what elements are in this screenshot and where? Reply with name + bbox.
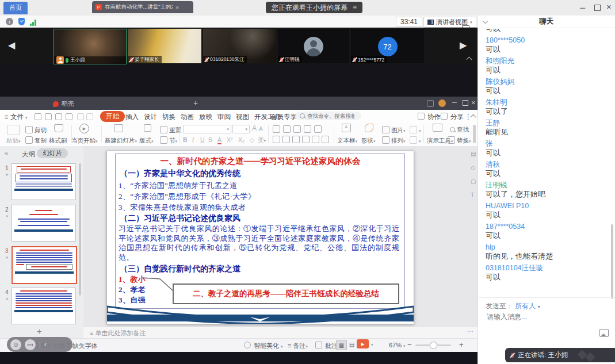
textbox-button[interactable]: 文本框▾: [337, 137, 357, 145]
paste-icon[interactable]: [7, 125, 20, 135]
reset-button[interactable]: 重置: [160, 126, 181, 135]
tab-slides[interactable]: 幻灯片: [37, 148, 68, 158]
menu-transition[interactable]: 切换: [162, 113, 175, 121]
italic-button[interactable]: I: [192, 136, 194, 143]
menu-review[interactable]: 审阅: [217, 113, 231, 121]
collapse-panel-icon[interactable]: «: [5, 150, 8, 156]
search-input[interactable]: [307, 113, 354, 119]
tab-list-icon[interactable]: [427, 100, 434, 107]
slide[interactable]: 一、新时代的齐家之道——学习习近平论述家风的体会 （一）齐家是中华文化的优秀传统…: [106, 151, 414, 324]
replace-button[interactable]: 替换▾: [448, 136, 471, 145]
strikethrough-button[interactable]: S: [208, 136, 212, 143]
menu-slideshow[interactable]: 放映: [199, 113, 212, 121]
textbox-icon[interactable]: A: [342, 124, 351, 132]
whiteboard-tool-icon[interactable]: ▭: [25, 339, 36, 350]
distribute-icon[interactable]: [312, 136, 319, 143]
picture-button[interactable]: 图片▾: [382, 126, 406, 135]
new-slide-icon[interactable]: [114, 124, 123, 132]
icon-library-button[interactable]: ▾: [410, 126, 421, 133]
play-options-icon[interactable]: ▾: [371, 343, 373, 347]
slide-thumbnail-3-selected[interactable]: [12, 246, 77, 284]
normal-view-icon[interactable]: ▦: [336, 340, 347, 350]
section-button[interactable]: 节▾: [160, 136, 177, 145]
slide-thumbnail-2[interactable]: [12, 205, 76, 242]
font-name-select[interactable]: ▾: [183, 125, 231, 133]
align-left-icon[interactable]: [273, 136, 280, 143]
font-size-select[interactable]: ▾: [232, 125, 250, 133]
collapse-toolbar-icon[interactable]: ‹: [44, 340, 47, 348]
share-button[interactable]: 分享: [441, 113, 464, 121]
print-preview-icon[interactable]: [55, 113, 62, 120]
shapes-button[interactable]: 形状▾: [361, 137, 376, 145]
numbered-list-icon[interactable]: [283, 125, 291, 133]
participant-video-5[interactable]: 72 152****5772: [351, 29, 424, 63]
subscript-button[interactable]: X₂: [238, 136, 245, 143]
scroll-left-icon[interactable]: ◀: [8, 40, 15, 51]
smart-beautify-button[interactable]: 智能美化 ▾: [244, 342, 283, 350]
account-avatar[interactable]: [438, 99, 446, 107]
panel-scrollbar[interactable]: [79, 163, 81, 296]
bold-button[interactable]: B: [183, 136, 188, 143]
menu-design[interactable]: 设计: [144, 113, 157, 121]
text-tool-icon[interactable]: T: [471, 192, 474, 198]
menu-file[interactable]: ≡ 文件 ▾: [5, 113, 28, 121]
participant-video-2[interactable]: 晏子翔家长: [128, 29, 201, 63]
presentation-tools-icon[interactable]: [433, 124, 442, 132]
menu-view[interactable]: 视图: [236, 113, 249, 121]
close-button[interactable]: ×: [606, 3, 612, 10]
meeting-floating-toolbar[interactable]: ☺ ▭ | ‹: [7, 337, 72, 352]
bullet-list-icon[interactable]: [273, 125, 280, 133]
collaborate-button[interactable]: 协作: [418, 113, 441, 121]
command-search-box[interactable]: [296, 112, 361, 120]
info-icon[interactable]: i: [6, 18, 13, 25]
shapes-icon[interactable]: [365, 124, 373, 132]
play-from-current-icon[interactable]: ▶: [79, 124, 89, 133]
text-effects-icon[interactable]: 变▾: [258, 136, 266, 144]
arrange-button[interactable]: 排列▾: [382, 136, 406, 145]
send-to-caret-icon[interactable]: ▾: [538, 304, 540, 309]
paste-button[interactable]: 粘贴▾: [6, 137, 21, 145]
menu-member[interactable]: 会员专享: [270, 113, 297, 121]
notes-toggle-button[interactable]: ≡ 备注▾: [288, 342, 308, 350]
font-color-button[interactable]: A: [217, 136, 221, 144]
redo-icon[interactable]: [86, 113, 93, 120]
effects-icon[interactable]: ◇: [471, 164, 475, 171]
slide-sorter-view-icon[interactable]: ▤: [347, 340, 357, 349]
participant-video-4[interactable]: 汪明锐: [278, 29, 349, 63]
superscript-button[interactable]: X²: [227, 136, 233, 143]
copy-button[interactable]: 复制: [25, 136, 47, 145]
save-icon[interactable]: [35, 113, 41, 120]
scroll-right-icon[interactable]: ▶: [460, 40, 467, 51]
zoom-out-button[interactable]: −: [407, 340, 412, 349]
add-slide-button[interactable]: +: [37, 326, 42, 336]
undo-icon[interactable]: [77, 113, 84, 120]
tab-document[interactable]: P 在南航自动化学...讲堂”上的发言 ×: [92, 1, 193, 13]
wps-maximize-icon[interactable]: [463, 100, 468, 106]
format-painter-button[interactable]: 格式刷: [49, 137, 67, 145]
layout-icon[interactable]: [144, 124, 151, 132]
zoom-level[interactable]: 67% ▾: [389, 342, 406, 348]
screen-share-banner[interactable]: 您正在观看王小拥的屏幕 ≡: [266, 2, 362, 13]
tab-docer[interactable]: 稻壳: [53, 99, 74, 108]
tab-home[interactable]: 首页: [3, 2, 28, 14]
maximize-button[interactable]: [594, 5, 601, 11]
line-spacing-icon[interactable]: [314, 125, 322, 133]
participant-video-1[interactable]: 王小拥: [54, 29, 127, 64]
tab-close-icon[interactable]: ×: [175, 4, 179, 11]
zoom-slider-knob[interactable]: [430, 342, 437, 349]
underline-button[interactable]: U: [200, 136, 205, 143]
tab-outline[interactable]: 大纲: [22, 150, 35, 159]
justify-icon[interactable]: [302, 136, 310, 143]
slide-thumbnail-4[interactable]: [12, 288, 76, 324]
zoom-in-button[interactable]: +: [459, 340, 464, 349]
wps-close-icon[interactable]: ×: [471, 98, 476, 107]
comments-button[interactable]: 批注: [315, 342, 338, 350]
output-icon[interactable]: [66, 113, 72, 120]
play-from-current-button[interactable]: 当页开始▾: [71, 137, 98, 145]
new-slide-button[interactable]: 新建幻灯片▾: [105, 137, 137, 145]
cut-button[interactable]: 剪切: [25, 126, 47, 135]
slideshow-play-button[interactable]: ▶: [357, 339, 369, 348]
chat-scrollbar[interactable]: [611, 224, 613, 299]
slide-thumbnail-1[interactable]: [12, 163, 76, 200]
format-painter-icon[interactable]: [54, 124, 63, 132]
